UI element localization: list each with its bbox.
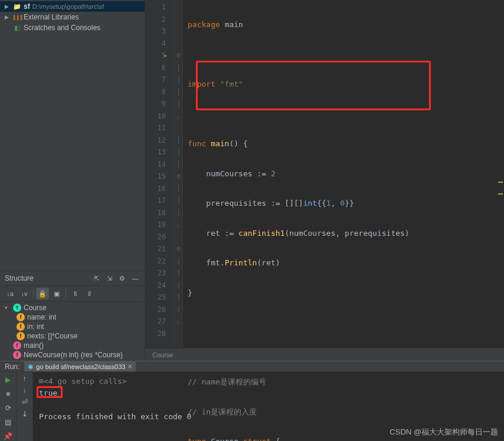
folder-icon: 📁	[13, 3, 21, 11]
chevron-right-icon: ▶	[5, 14, 11, 20]
console-exit-line: Process finished with exit code 0	[39, 412, 191, 421]
tree-root-sf[interactable]: ▶ 📁 sf D:\mysetup\gopath\src\sf	[0, 1, 145, 12]
func-badge-icon: f	[13, 341, 21, 350]
scratch-icon: ◧	[13, 24, 21, 32]
structure-node-in[interactable]: f in: int	[0, 322, 145, 331]
console-output[interactable]: ⊞<4 go setup calls> true Process finishe…	[33, 372, 504, 441]
chevron-right-icon: ▶	[5, 4, 11, 9]
setup-calls-line: <4 go setup calls>	[44, 377, 127, 386]
line-gutter[interactable]: 1 2 3 4 5 6 7 8 9 10 11 12 13 14 15 16 1…	[145, 0, 175, 361]
field-badge-icon: f	[17, 322, 25, 331]
node-label: NewCourse(n int) (res *Course)	[24, 351, 123, 359]
filter-nonpublic-icon[interactable]: ▣	[50, 288, 63, 300]
code-editor[interactable]: package main import "fmt" func main() { …	[183, 0, 504, 361]
node-label: in: int	[27, 322, 44, 331]
gear-icon[interactable]: ⚙	[117, 274, 127, 283]
left-sidebar: ▶ 📁 sf D:\mysetup\gopath\src\sf ▶ ⫿⫿⫿ Ex…	[0, 0, 145, 361]
field-badge-icon: f	[17, 332, 25, 340]
structure-header: Structure ⇱ ⇲ ⚙ —	[0, 271, 145, 286]
wrap-icon[interactable]: ⏎	[22, 398, 28, 406]
run-button[interactable]: ▶	[3, 374, 14, 385]
layout-button[interactable]: ▤	[3, 417, 14, 427]
structure-node-nexts[interactable]: f nexts: []*Course	[0, 331, 145, 341]
pin-button[interactable]: 📌	[3, 431, 14, 441]
autoscroll-to-icon[interactable]: ⥮	[68, 288, 81, 300]
structure-panel: Structure ⇱ ⇲ ⚙ — ↓a ↓v 🔒 ▣ ⥮ ⥯ ▾ T	[0, 271, 145, 361]
run-tool-window: Run: ◉ go build sf/newclass2/class033 ✕ …	[0, 361, 504, 441]
type-badge-icon: T	[13, 304, 21, 312]
node-label: main()	[24, 341, 44, 350]
down-icon[interactable]: ↓	[23, 386, 27, 394]
project-name: sf	[24, 2, 30, 11]
autoscroll-from-icon[interactable]: ⥯	[83, 288, 96, 300]
console-toolbar: ↑ ↓ ⏎ ⤓	[17, 372, 33, 441]
structure-title: Structure	[5, 274, 88, 282]
stop-button[interactable]: ■	[3, 389, 14, 399]
project-tree[interactable]: ▶ 📁 sf D:\mysetup\gopath\src\sf ▶ ⫿⫿⫿ Ex…	[0, 0, 145, 34]
scroll-icon[interactable]: ⤓	[22, 410, 28, 418]
hide-icon[interactable]: —	[130, 274, 140, 283]
sort-alpha-icon[interactable]: ↓a	[4, 288, 17, 300]
expand-icon[interactable]: ⇲	[104, 274, 114, 283]
library-icon: ⫿⫿⫿	[13, 14, 21, 21]
sort-visibility-icon[interactable]: ↓v	[18, 288, 31, 300]
scroll-marker-track[interactable]	[497, 0, 503, 361]
external-libs-label: External Libraries	[24, 13, 78, 21]
func-badge-icon: f	[13, 351, 21, 359]
node-label: name: int	[27, 313, 56, 321]
tree-external-libs[interactable]: ▶ ⫿⫿⫿ External Libraries	[0, 12, 145, 22]
run-config-tab[interactable]: ◉ go build sf/newclass2/class033 ✕	[24, 361, 136, 371]
structure-node-main[interactable]: f main()	[0, 341, 145, 350]
node-label: Course	[24, 304, 47, 312]
run-label: Run:	[5, 363, 19, 371]
breadcrumb-bar[interactable]: Course	[145, 348, 504, 361]
tree-scratches[interactable]: ◧ Scratches and Consoles	[0, 22, 145, 33]
restart-button[interactable]: ⟳	[3, 403, 14, 413]
node-label: nexts: []*Course	[27, 332, 77, 340]
structure-tree[interactable]: ▾ T Course f name: int f in: int f nexts…	[0, 302, 145, 361]
run-toolbar: ▶ ■ ⟳ ▤ 📌	[0, 372, 17, 441]
up-icon[interactable]: ↑	[23, 374, 27, 383]
go-icon: ◉	[28, 363, 34, 370]
filter-fields-icon[interactable]: 🔒	[36, 288, 49, 300]
structure-toolbar: ↓a ↓v 🔒 ▣ ⥮ ⥯	[0, 286, 145, 302]
structure-node-newcourse[interactable]: f NewCourse(n int) (res *Course)	[0, 350, 145, 360]
run-tab-label: go build sf/newclass2/class033	[36, 363, 125, 370]
fold-icon[interactable]: ⊞	[39, 377, 44, 386]
console-output-true: true	[39, 389, 57, 397]
fold-gutter[interactable]: ⊟ ││││ ⌞ │││ ⊟│││ ⌞ ⊟│││││⌞	[175, 0, 183, 361]
editor-area[interactable]: 1 2 3 4 5 6 7 8 9 10 11 12 13 14 15 16 1…	[145, 0, 504, 361]
chevron-down-icon: ▾	[5, 305, 11, 311]
structure-node-name[interactable]: f name: int	[0, 312, 145, 322]
scratches-label: Scratches and Consoles	[24, 24, 100, 32]
close-icon[interactable]: ✕	[127, 363, 132, 370]
field-badge-icon: f	[17, 313, 25, 321]
collapse-icon[interactable]: ⇱	[91, 274, 101, 283]
structure-node-course[interactable]: ▾ T Course	[0, 303, 145, 312]
breadcrumb-item[interactable]: Course	[152, 351, 173, 358]
project-path: D:\mysetup\gopath\src\sf	[32, 3, 104, 10]
